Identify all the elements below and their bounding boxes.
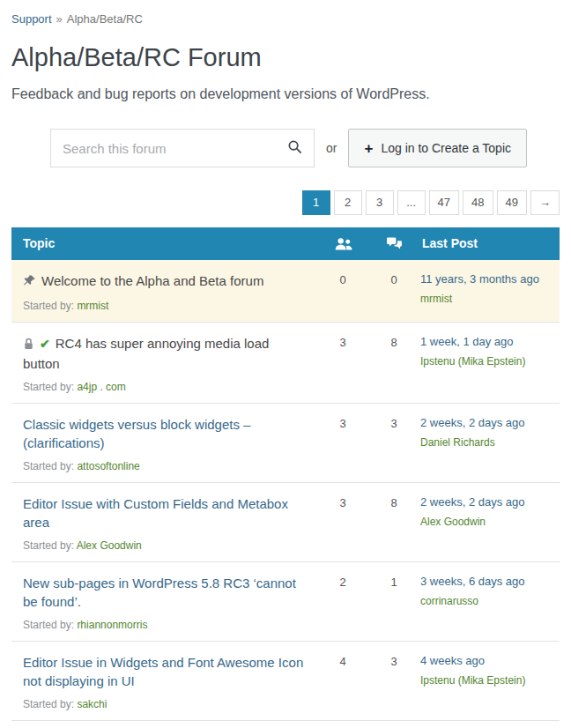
topic-row: ✔RC4 has super annoying media load butto… bbox=[11, 323, 560, 404]
started-by-label: Started by: bbox=[23, 300, 74, 312]
topic-link[interactable]: RC4 has super annoying media load button bbox=[23, 336, 269, 371]
replies-count: 0 bbox=[367, 271, 420, 312]
pagination-next-arrow[interactable]: → bbox=[530, 190, 560, 215]
topic-row: WebP very large filesize [5.8 RC2] Start… bbox=[11, 721, 560, 728]
replies-count: 8 bbox=[367, 494, 420, 552]
freshness-link[interactable]: 3 weeks, 6 days ago bbox=[420, 575, 552, 590]
topic-author-link[interactable]: attosoftonline bbox=[77, 460, 139, 472]
last-poster-link[interactable]: Ipstenu (Mika Epstein) bbox=[420, 355, 552, 368]
search-button[interactable] bbox=[278, 132, 311, 164]
pin-icon bbox=[23, 273, 36, 292]
pagination: 1 2 3 ... 47 48 49 → bbox=[11, 190, 560, 215]
topic-author-link[interactable]: Alex Goodwin bbox=[77, 539, 142, 552]
topic-author-link[interactable]: mrmist bbox=[77, 300, 108, 312]
pagination-ellipsis: ... bbox=[397, 190, 426, 215]
pagination-page[interactable]: 47 bbox=[429, 190, 459, 215]
login-create-topic-button[interactable]: + Log in to Create a Topic bbox=[348, 129, 527, 167]
topic-row: Editor Issue with Custom Fields and Meta… bbox=[11, 483, 560, 562]
voices-count: 3 bbox=[318, 415, 367, 472]
freshness-link[interactable]: 11 years, 3 months ago bbox=[420, 272, 552, 287]
replies-count: 1 bbox=[367, 574, 420, 631]
search-box bbox=[50, 129, 315, 167]
table-header: Topic Last Post bbox=[11, 227, 560, 260]
last-poster-link[interactable]: Ipstenu (Mika Epstein) bbox=[420, 674, 552, 687]
started-by-label: Started by: bbox=[23, 698, 74, 710]
or-text: or bbox=[326, 141, 337, 155]
lock-icon bbox=[23, 336, 34, 354]
replies-count: 3 bbox=[367, 415, 420, 472]
forum-page: Support»Alpha/Beta/RC Alpha/Beta/RC Foru… bbox=[0, 0, 571, 728]
topic-row: Welcome to the Alpha and Beta forum Star… bbox=[11, 260, 560, 323]
voices-count: 3 bbox=[318, 494, 367, 552]
pagination-page[interactable]: 48 bbox=[463, 190, 493, 215]
replies-icon bbox=[386, 237, 403, 250]
last-post-column-header: Last Post bbox=[420, 236, 560, 250]
breadcrumb-separator: » bbox=[56, 12, 63, 26]
voices-icon bbox=[334, 237, 352, 250]
last-poster-link[interactable]: Daniel Richards bbox=[420, 436, 552, 449]
voices-count: 2 bbox=[318, 574, 367, 631]
last-poster-link[interactable]: mrmist bbox=[420, 293, 552, 305]
pagination-page[interactable]: 2 bbox=[334, 190, 362, 215]
page-title: Alpha/Beta/RC Forum bbox=[11, 43, 560, 72]
topic-link[interactable]: Classic widgets versus block widgets – (… bbox=[23, 417, 250, 450]
topic-link[interactable]: New sub-pages in WordPress 5.8 RC3 ‘cann… bbox=[23, 576, 296, 609]
topic-row: Editor Issue in Widgets and Font Awesome… bbox=[11, 642, 560, 721]
topic-author-link[interactable]: a4jp . com bbox=[77, 381, 125, 393]
replies-count: 3 bbox=[367, 653, 420, 710]
breadcrumb: Support»Alpha/Beta/RC bbox=[11, 12, 560, 26]
breadcrumb-current: Alpha/Beta/RC bbox=[67, 12, 143, 26]
pagination-page[interactable]: 49 bbox=[497, 190, 527, 215]
started-by-label: Started by: bbox=[23, 539, 74, 552]
started-by-label: Started by: bbox=[23, 619, 74, 631]
search-input[interactable] bbox=[51, 130, 285, 167]
started-by-label: Started by: bbox=[23, 381, 74, 393]
search-icon bbox=[287, 139, 302, 157]
last-poster-link[interactable]: Alex Goodwin bbox=[420, 516, 552, 528]
freshness-link[interactable]: 2 weeks, 2 days ago bbox=[420, 416, 552, 431]
topic-author-link[interactable]: rhiannonmorris bbox=[77, 619, 147, 631]
voices-count: 3 bbox=[318, 334, 367, 393]
topic-row: New sub-pages in WordPress 5.8 RC3 ‘cann… bbox=[11, 562, 560, 642]
voices-count: 0 bbox=[318, 271, 367, 312]
plus-icon: + bbox=[364, 141, 373, 156]
topic-link[interactable]: Editor Issue in Widgets and Font Awesome… bbox=[23, 655, 303, 688]
topic-link[interactable]: Welcome to the Alpha and Beta forum bbox=[41, 273, 263, 288]
replies-count: 8 bbox=[367, 334, 420, 393]
topic-link[interactable]: Editor Issue with Custom Fields and Meta… bbox=[23, 496, 288, 530]
login-button-label: Log in to Create a Topic bbox=[381, 141, 511, 155]
pagination-page-current[interactable]: 1 bbox=[302, 190, 330, 215]
search-row: or + Log in to Create a Topic bbox=[50, 129, 560, 167]
freshness-link[interactable]: 1 week, 1 day ago bbox=[420, 335, 552, 350]
topic-row: Classic widgets versus block widgets – (… bbox=[11, 404, 560, 483]
forum-description: Feedback and bug reports on development … bbox=[11, 86, 560, 102]
breadcrumb-support-link[interactable]: Support bbox=[11, 12, 52, 26]
started-by-label: Started by: bbox=[23, 460, 74, 472]
pagination-page[interactable]: 3 bbox=[366, 190, 394, 215]
topic-column-header: Topic bbox=[11, 236, 318, 250]
last-poster-link[interactable]: corrinarusso bbox=[420, 595, 552, 607]
topics-table: Topic Last Post Welcome to the Alpha and… bbox=[11, 227, 560, 728]
freshness-link[interactable]: 2 weeks, 2 days ago bbox=[420, 495, 552, 510]
voices-count: 4 bbox=[318, 653, 367, 710]
freshness-link[interactable]: 4 weeks ago bbox=[420, 654, 552, 669]
topic-author-link[interactable]: sakchi bbox=[77, 698, 107, 710]
resolved-check-icon: ✔ bbox=[40, 337, 50, 351]
